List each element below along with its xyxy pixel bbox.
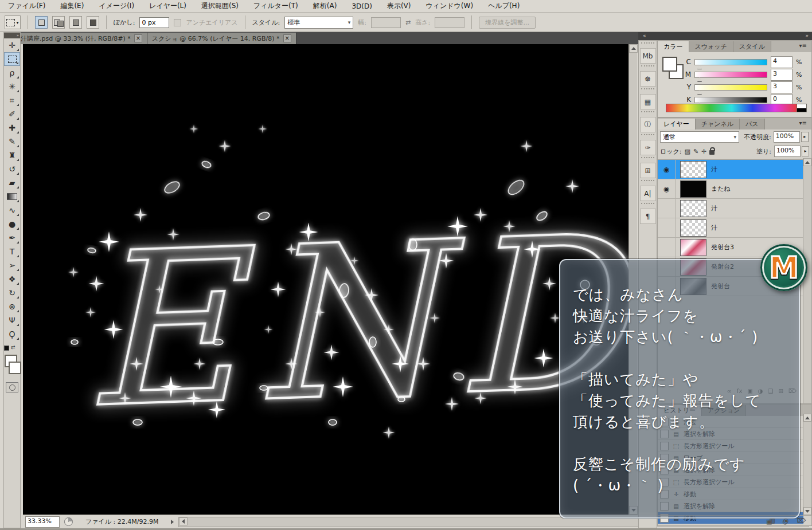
opacity-input[interactable]: 100% [774,131,800,143]
scroll-left-button[interactable] [179,517,188,525]
move-tool[interactable]: ✛ [4,38,20,52]
custom-shape-tool[interactable]: ❖ [4,272,20,286]
menu-item[interactable]: 3D(D) [352,2,372,10]
history-scrollbar[interactable] [803,414,811,515]
menu-item[interactable]: ファイル(F) [8,1,45,11]
layer-thumbnail[interactable] [680,180,706,198]
delete-state-icon[interactable]: ⌦ [797,517,806,524]
color-spectrum-bar[interactable] [666,104,798,112]
channel-value-input[interactable]: 3 [771,81,793,93]
layer-name[interactable]: 汁 [711,223,717,232]
toolbar-header[interactable]: » [4,33,20,38]
lasso-tool[interactable]: ρ [4,66,20,80]
layer-visibility-toggle[interactable]: ◉ [658,160,676,179]
dodge-tool[interactable]: ● [4,217,20,231]
layer-visibility-toggle[interactable]: ◉ [658,238,676,257]
lock-transparency-icon[interactable]: ▨ [684,148,690,155]
lock-all-icon[interactable] [709,150,715,155]
layer-name[interactable]: 汁 [711,165,717,174]
opacity-spinner[interactable]: ▸ [801,132,809,142]
layer-row[interactable]: ◉ またね [658,179,803,199]
close-icon[interactable]: × [283,34,291,42]
brush-tool[interactable]: ✎ [4,135,20,148]
antialias-checkbox[interactable] [174,19,181,26]
selection-intersect-button[interactable] [87,16,99,29]
layer-name[interactable]: またね [711,184,731,193]
lock-pixels-icon[interactable]: ✎ [693,148,698,155]
feather-input[interactable] [139,17,169,28]
pen-tool[interactable]: ✒ [4,231,20,245]
swap-colors-icon[interactable]: ⇄ [11,344,15,350]
panel-tab[interactable]: チャンネル [696,119,740,129]
layer-thumbnail[interactable] [680,239,706,256]
layer-thumbnail[interactable] [680,200,706,217]
panel-tab[interactable]: カラー [658,41,689,52]
layer-visibility-toggle[interactable]: ◉ [658,199,676,218]
scroll-up-button[interactable] [803,158,811,166]
smudge-tool[interactable]: ∿ [4,203,20,217]
history-brush-tool[interactable]: ↺ [4,162,20,176]
menu-item[interactable]: 選択範囲(S) [201,1,239,11]
selection-subtract-button[interactable] [69,16,82,29]
layer-visibility-toggle[interactable]: ◉ [658,179,676,198]
default-colors-icon[interactable] [4,346,9,351]
type-tool[interactable]: T [4,245,20,258]
healing-brush-tool[interactable]: ✚ [4,121,20,135]
expand-panels-icon[interactable]: » [805,33,809,38]
navigator-icon[interactable]: ☸ [640,71,656,87]
scroll-up-button[interactable] [803,414,811,422]
character-icon[interactable]: A| [640,186,656,201]
layer-row[interactable]: ◉ 汁 [658,160,803,179]
zoom-tool[interactable]: Ϙ [4,327,20,341]
menu-item[interactable]: 表示(V) [387,1,411,11]
status-menu-arrow-icon[interactable] [171,520,174,524]
layer-visibility-toggle[interactable]: ◉ [658,218,676,237]
path-selection-tool[interactable]: ➢ [4,258,20,272]
panel-tab[interactable]: スタイル [733,41,771,52]
canvas[interactable]: END END [23,44,628,515]
panel-tab[interactable]: レイヤー [658,119,696,129]
document-tab[interactable]: 汁講座.psd @ 33.3% (汁, RGB/8#) * × [16,33,147,44]
menu-item[interactable]: ヘルプ(H) [488,1,520,11]
channel-value-input[interactable]: 4 [771,56,793,68]
orbit-3d-tool[interactable]: ⊛ [4,300,20,313]
menu-item[interactable]: ウィンドウ(W) [425,1,473,11]
slider-handle[interactable] [697,90,702,94]
magic-wand-tool[interactable]: ✳ [4,80,20,93]
swap-dimensions-icon[interactable]: ⇄ [405,19,411,26]
slider-handle[interactable] [697,77,702,81]
fill-input[interactable]: 100% [774,146,801,157]
layer-name[interactable]: 汁 [711,204,717,213]
menu-item[interactable]: レイヤー(L) [149,1,186,11]
blend-mode-select[interactable]: 通常 ▾ [660,131,739,143]
menu-item[interactable]: フィルター(T) [253,1,298,11]
background-color-swatch[interactable] [9,362,21,374]
histogram-icon[interactable]: ▦ [640,94,656,109]
layers-scrollbar[interactable] [803,158,811,403]
zoom-level-input[interactable]: 33.33% [25,516,60,528]
layer-thumbnail[interactable] [680,161,706,178]
scroll-up-button[interactable] [629,44,638,53]
menu-item[interactable]: 解析(A) [313,1,337,11]
current-tool-button[interactable]: ▾ [5,15,21,29]
fill-spinner[interactable]: ▸ [802,146,809,156]
close-icon[interactable]: × [134,34,142,42]
panel-tab[interactable]: パス [740,119,765,129]
layer-thumbnail[interactable] [680,219,706,237]
info-icon[interactable]: ⓘ [640,117,656,132]
foreground-color-swatch[interactable] [662,57,677,72]
clone-source-icon[interactable]: ⊞ [640,163,656,178]
selection-add-button[interactable] [52,16,65,29]
color-slider[interactable] [694,97,767,103]
color-slider[interactable] [694,59,767,65]
paragraph-icon[interactable]: ¶ [640,209,656,224]
channel-value-input[interactable]: 3 [771,69,793,81]
panel-menu-icon[interactable]: ▾≡ [796,120,810,126]
menu-item[interactable]: イメージ(I) [99,1,134,11]
menu-item[interactable]: 編集(E) [60,1,84,11]
eyedropper-tool[interactable]: ✐ [4,107,20,121]
tool-presets-icon[interactable]: ✑ [640,140,656,155]
layer-row[interactable]: ◉ 汁 [658,218,803,238]
gradient-tool[interactable] [4,190,20,203]
panel-tab[interactable]: スウォッチ [689,41,733,52]
